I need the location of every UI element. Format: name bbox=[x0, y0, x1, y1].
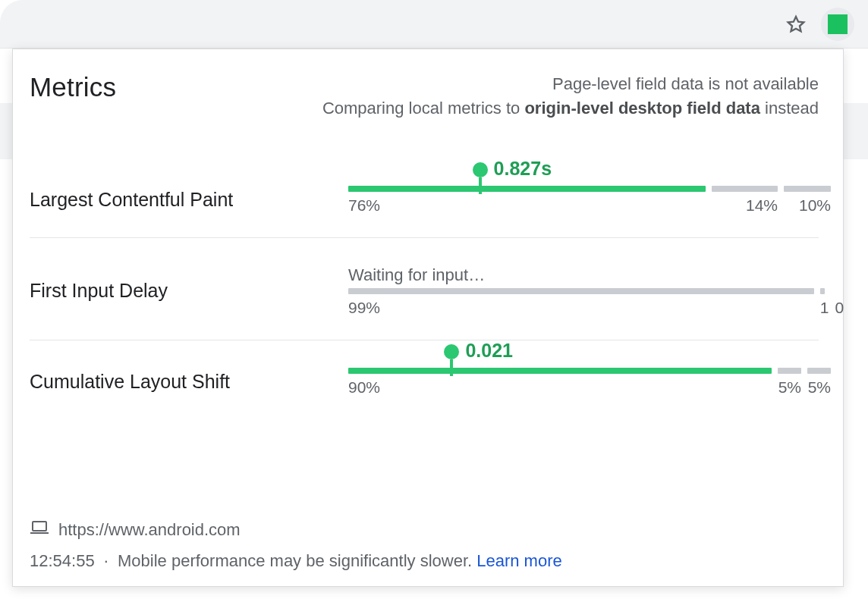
browser-toolbar bbox=[0, 0, 868, 49]
toolbar-right-group bbox=[785, 0, 868, 49]
metric-cls-seg-poor bbox=[807, 368, 831, 374]
footer-url-row: https://www.android.com bbox=[30, 519, 820, 541]
learn-more-link[interactable]: Learn more bbox=[476, 551, 562, 570]
metric-lcp-seg-good bbox=[348, 186, 706, 192]
separator-dot: · bbox=[99, 551, 113, 570]
note-line-1: Page-level field data is not available bbox=[552, 74, 819, 93]
svg-marker-0 bbox=[788, 17, 804, 31]
metric-cls-bars bbox=[348, 368, 819, 374]
metric-lcp: Largest Contentful Paint 0.827s 76% 14% … bbox=[30, 158, 819, 238]
page-url: https://www.android.com bbox=[58, 520, 241, 540]
metric-lcp-bars bbox=[348, 186, 819, 192]
metric-fid-seg-ni bbox=[820, 288, 825, 294]
web-vitals-panel: Metrics Page-level field data is not ava… bbox=[12, 49, 844, 587]
extension-badge-icon bbox=[828, 14, 848, 34]
metric-fid-label: First Input Delay bbox=[30, 280, 348, 302]
metric-cls-value: 0.021 bbox=[465, 340, 513, 362]
mobile-warning: Mobile performance may be significantly … bbox=[118, 551, 472, 570]
note-line-2-bold: origin-level desktop field data bbox=[524, 99, 760, 118]
panel-title: Metrics bbox=[30, 72, 116, 102]
svg-rect-1 bbox=[33, 522, 46, 531]
metric-cls-pcts: 90% 5% 5% bbox=[348, 378, 819, 397]
metric-fid-bars bbox=[348, 288, 819, 294]
metric-lcp-value: 0.827s bbox=[494, 158, 552, 180]
metric-fid-seg-good bbox=[348, 288, 814, 294]
timestamp: 12:54:55 bbox=[30, 551, 95, 570]
metric-lcp-seg-poor bbox=[784, 186, 831, 192]
note-line-2a: Comparing local metrics to bbox=[322, 99, 525, 118]
metric-cls: Cumulative Layout Shift 0.021 90% 5% 5% bbox=[30, 340, 819, 419]
metric-lcp-pcts: 76% 14% 10% bbox=[348, 196, 819, 215]
footer-status-row: 12:54:55 · Mobile performance may be sig… bbox=[30, 551, 820, 571]
metric-cls-seg-good bbox=[348, 368, 772, 374]
metric-fid-waiting: Waiting for input… bbox=[348, 265, 819, 285]
metric-fid-pcts: 99% 1 0 bbox=[348, 299, 819, 317]
metric-lcp-seg-ni bbox=[712, 186, 778, 192]
laptop-icon bbox=[30, 519, 49, 541]
metric-fid: First Input Delay Waiting for input… 99%… bbox=[30, 238, 819, 340]
metric-lcp-label: Largest Contentful Paint bbox=[30, 189, 348, 211]
metric-cls-label: Cumulative Layout Shift bbox=[30, 371, 348, 393]
field-data-note: Page-level field data is not available C… bbox=[116, 72, 819, 121]
metric-cls-seg-ni bbox=[778, 368, 801, 374]
note-line-2c: instead bbox=[760, 99, 819, 118]
extension-button[interactable] bbox=[821, 8, 854, 41]
bookmark-star-icon[interactable] bbox=[785, 13, 807, 36]
